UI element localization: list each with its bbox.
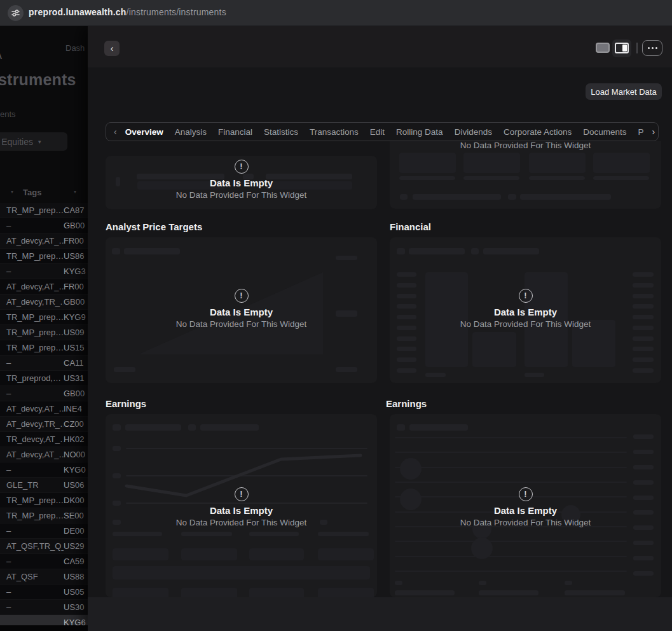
table-row[interactable]: TR_MP_prep… US09 <box>0 325 88 340</box>
tab[interactable]: Statistics <box>258 127 304 137</box>
skeleton-bar <box>409 248 465 254</box>
full-width-layout-icon[interactable] <box>596 43 610 53</box>
panel-half-fill <box>622 45 627 52</box>
widgets-scroll-area[interactable]: ! Data Is Empty No Data Provided For Thi… <box>88 141 672 597</box>
sort-caret-icon[interactable]: ▾ <box>11 189 13 195</box>
table-row[interactable]: – GB00 <box>0 218 88 233</box>
empty-state: ! Data Is Empty No Data Provided For Thi… <box>390 289 661 329</box>
table-row[interactable]: AT_devcy,AT_… NO00 <box>0 447 88 462</box>
row-isin-cell: US31 <box>64 373 85 383</box>
row-tags-cell: – <box>0 557 64 566</box>
table-row[interactable]: GLE_TR US06 <box>0 478 88 493</box>
table-row[interactable]: TR_MP_prep… CA87 <box>0 203 88 218</box>
section-heading: Financial <box>390 221 431 232</box>
row-isin-cell: US06 <box>64 480 85 490</box>
row-isin-cell: US15 <box>64 343 85 352</box>
table-row[interactable]: – GB00 <box>0 386 88 401</box>
background-nav-item[interactable]: Dash <box>65 43 85 53</box>
tab[interactable]: Dividends <box>449 127 498 137</box>
table-row[interactable]: AT_QSF US88 <box>0 569 88 585</box>
row-tags-cell: TR_MP_prep… <box>0 205 64 215</box>
tags-column-header[interactable]: Tags <box>23 188 41 197</box>
table-row[interactable]: AT_devcy,AT_… FR00 <box>0 233 88 249</box>
more-options-button[interactable] <box>642 40 662 56</box>
earnings-line-widget: ! Data Is Empty No Data Provided For Thi… <box>106 414 377 597</box>
row-isin-cell: FR00 <box>64 282 84 291</box>
table-row[interactable]: – CA11 <box>0 356 88 371</box>
browser-url-bar[interactable]: preprod.lunawealth.ch/instruments/instru… <box>0 0 672 26</box>
table-row[interactable]: TR_MP_prep… DK00 <box>0 493 88 508</box>
tab[interactable]: Overview <box>120 127 169 137</box>
empty-title: Data Is Empty <box>106 177 377 188</box>
table-row[interactable]: TR_devcy,AT_… HK02 <box>0 432 88 447</box>
back-button[interactable]: ‹ <box>104 41 120 56</box>
row-tags-cell: – <box>0 358 64 368</box>
tab[interactable]: Analysis <box>169 127 212 137</box>
x-axis-label <box>113 532 162 536</box>
tab[interactable]: Financial <box>212 127 258 137</box>
skeleton-bar <box>529 176 585 180</box>
filter-value: Equities <box>1 137 33 147</box>
tabs-scroll-right-icon[interactable]: › <box>650 127 658 137</box>
skeleton-box <box>113 566 370 579</box>
grid-line <box>395 452 627 453</box>
tab[interactable]: Transactions <box>304 127 364 137</box>
skeleton-tick <box>633 450 654 454</box>
tab[interactable]: Documents <box>577 127 632 137</box>
table-row[interactable]: AT_devcy,TR_… CZ00 <box>0 417 88 432</box>
row-tags-cell: – <box>0 221 64 230</box>
skeleton-square <box>112 248 120 254</box>
table-row[interactable]: – CA59 <box>0 554 88 569</box>
row-isin-cell: CA11 <box>64 358 84 368</box>
table-row[interactable]: AT_QSF,TR_Q_… US29 <box>0 539 88 554</box>
table-header-row[interactable]: ▾ Tags ▾ <box>0 186 88 200</box>
table-row[interactable]: AT_devcy,TR_… GB00 <box>0 295 88 310</box>
row-isin-cell: GB00 <box>64 221 85 230</box>
background-menu-item[interactable]: ents <box>0 109 16 119</box>
table-row[interactable]: TR_MP_prep… US15 <box>0 340 88 356</box>
tabs-scroll-left-icon[interactable]: ‹ <box>111 127 120 137</box>
table-row[interactable]: TR_MP_prep… SE00 <box>0 508 88 524</box>
skeleton-tick <box>633 357 654 362</box>
table-row[interactable]: – US05 <box>0 585 88 600</box>
tab[interactable]: Rolling Data <box>390 127 449 137</box>
row-tags-cell: – <box>0 389 64 398</box>
tab[interactable]: Edit <box>364 127 390 137</box>
table-row[interactable]: TR_MP_prep… KYG9 <box>0 310 88 325</box>
asset-class-filter[interactable]: ws Equities ▾ <box>0 132 67 151</box>
analyst-price-targets-widget: ! Data Is Empty No Data Provided For Thi… <box>106 237 377 383</box>
skeleton-square <box>397 424 405 431</box>
skeleton-bar <box>593 176 649 180</box>
row-tags-cell: TR_MP_prep… <box>0 343 64 352</box>
table-row[interactable]: – US30 <box>0 600 88 615</box>
panel-bottom-strip <box>88 597 672 631</box>
row-tags-cell: GLE_TR <box>0 480 64 490</box>
table-row[interactable]: – KYG0 <box>0 462 88 478</box>
skeleton-bar <box>479 590 538 595</box>
side-panel-layout-toggle[interactable] <box>612 39 631 57</box>
site-settings-icon[interactable] <box>8 5 24 21</box>
panel-header: ‹ <box>88 26 672 67</box>
table-row[interactable]: – KYG3 <box>0 264 88 279</box>
skeleton-tick <box>633 465 654 469</box>
table-row[interactable]: TR_MP_prep… US86 <box>0 249 88 264</box>
empty-subtitle: No Data Provided For This Widget <box>390 141 661 150</box>
skeleton-tick <box>397 368 416 373</box>
grid-line <box>395 571 627 572</box>
url-text[interactable]: preprod.lunawealth.ch/instruments/instru… <box>29 7 226 17</box>
sort-caret-icon[interactable]: ▾ <box>74 189 76 195</box>
table-row[interactable]: AT_devcy,AT_… FR00 <box>0 279 88 295</box>
skeleton-box <box>529 153 586 173</box>
tab[interactable]: P <box>633 127 650 137</box>
chevron-down-icon: ▾ <box>38 139 41 145</box>
tab[interactable]: Corporate Actions <box>498 127 577 137</box>
skeleton-box <box>249 548 304 560</box>
table-row[interactable]: TR_preprod,… US31 <box>0 371 88 386</box>
table-row[interactable]: AT_devcy,AT_… INE4 <box>0 401 88 417</box>
table-row[interactable]: – DE00 <box>0 524 88 539</box>
skeleton-box <box>593 153 650 173</box>
header-divider <box>636 43 638 53</box>
load-market-data-button[interactable]: Load Market Data <box>586 83 662 100</box>
row-tags-cell: AT_devcy,TR_… <box>0 419 64 429</box>
page-title-partial: struments <box>0 71 76 89</box>
